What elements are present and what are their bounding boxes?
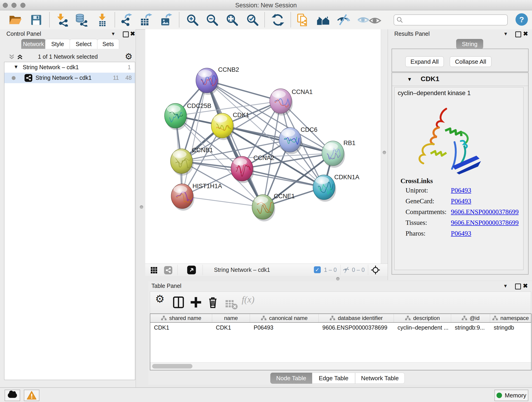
zoom-fit-icon[interactable]: [225, 13, 239, 27]
import-table-icon[interactable]: [95, 13, 109, 27]
share-view-icon[interactable]: [164, 266, 172, 274]
export-table-icon[interactable]: [139, 13, 152, 27]
open-session-icon[interactable]: [9, 13, 22, 27]
refresh-icon[interactable]: [271, 13, 285, 27]
copy-network-icon[interactable]: [297, 13, 310, 27]
close-panel-icon[interactable]: ✖: [523, 282, 528, 289]
table-cell[interactable]: stringdb:9...: [451, 323, 490, 332]
close-panel-icon[interactable]: ✖: [523, 30, 528, 37]
table-cell[interactable]: cyclin–dependent ...: [394, 323, 451, 332]
left-splitter-handle[interactable]: [140, 205, 143, 209]
table-row[interactable]: CDK1CDK1P064939606.ENSP00000378699cyclin…: [150, 323, 531, 332]
toolbar-separator: [203, 265, 203, 275]
float-panel-icon[interactable]: ▾: [112, 31, 114, 37]
network-collection-row[interactable]: ▼ String Network – cdk1 1: [4, 62, 135, 73]
crosslink-link[interactable]: P06493: [451, 230, 471, 237]
column-header-description[interactable]: description: [394, 314, 451, 322]
table-cell[interactable]: P06493: [250, 323, 319, 332]
detach-view-icon[interactable]: [187, 265, 196, 274]
zoom-out-icon[interactable]: [206, 13, 219, 27]
collapse-all-button[interactable]: Collapse All: [450, 56, 491, 67]
table-cell[interactable]: CDK1: [150, 323, 212, 332]
crosslink-link[interactable]: 9606.ENSP00000378699: [451, 219, 519, 226]
tab-edge-table[interactable]: Edge Table: [312, 373, 355, 384]
float-panel-icon[interactable]: ▾: [504, 283, 507, 289]
table-cell[interactable]: 9606.ENSP00000378699: [319, 323, 394, 332]
hide-selected-icon[interactable]: [337, 13, 350, 27]
delete-column-icon[interactable]: [206, 296, 219, 309]
column-header-shared-name[interactable]: shared name: [150, 314, 212, 322]
float-panel-icon[interactable]: ▾: [504, 31, 507, 37]
memory-button[interactable]: Memory: [494, 390, 528, 401]
import-network-icon[interactable]: [55, 13, 69, 27]
edge-count: 48: [122, 75, 132, 81]
cloud-status-button[interactable]: [5, 390, 20, 401]
table-cell[interactable]: stringdb: [490, 323, 531, 332]
tab-network-table[interactable]: Network Table: [355, 373, 405, 384]
node-label-RB1: RB1: [343, 140, 355, 147]
table-panel-header: Table Panel ▾ ✖: [148, 281, 532, 290]
gear-icon[interactable]: ⚙: [125, 51, 133, 61]
import-network-database-icon[interactable]: [75, 13, 88, 27]
warning-status-button[interactable]: [24, 390, 39, 401]
maximize-panel-icon[interactable]: [123, 32, 129, 37]
crosslink-link[interactable]: P06493: [451, 186, 471, 194]
save-session-icon[interactable]: [30, 13, 43, 27]
maximize-panel-icon[interactable]: [515, 283, 521, 289]
column-header--id[interactable]: @id: [451, 314, 490, 322]
tab-select[interactable]: Select: [70, 39, 98, 49]
table-cell[interactable]: CDK1: [212, 323, 250, 332]
show-columns-icon[interactable]: [172, 296, 185, 309]
selected-checkbox-icon[interactable]: ✓: [314, 266, 321, 273]
column-header-namespace[interactable]: namespace: [490, 314, 531, 322]
home-networks-icon[interactable]: [317, 13, 330, 27]
edge-CCNA2-CDKN1A[interactable]: [242, 169, 324, 187]
crosslink-link[interactable]: P06493: [451, 197, 471, 205]
network-canvas[interactable]: CCNB2CCNA1CDC25BCDK1CDC6RB1CCNB1CCNA2CDK…: [145, 29, 381, 264]
network-row-selected[interactable]: String Network – cdk1 11 48: [4, 73, 135, 83]
tab-sets[interactable]: Sets: [97, 39, 119, 49]
expand-all-button[interactable]: Expand All: [405, 56, 444, 67]
toolbar-separator: [291, 12, 291, 27]
right-splitter-handle[interactable]: [383, 151, 386, 154]
column-header-canonical-name[interactable]: canonical name: [250, 314, 319, 322]
tab-style[interactable]: Style: [45, 39, 70, 49]
birds-eye-icon[interactable]: [371, 265, 380, 275]
protein-name: CDK1: [421, 75, 439, 83]
column-header-database-identifier[interactable]: database identifier: [319, 314, 394, 322]
crosslinks-title: CrossLinks: [400, 177, 519, 185]
node-gloss: [315, 177, 329, 184]
crosslink-label: GeneCard:: [405, 197, 451, 205]
maximize-panel-icon[interactable]: [515, 32, 521, 37]
window-title: Session: New Session: [0, 2, 532, 9]
column-header-name[interactable]: name: [212, 314, 250, 322]
close-panel-icon[interactable]: ✖: [130, 30, 135, 37]
table-header-row: shared namenamecanonical namedatabase id…: [150, 314, 531, 323]
eye-icon[interactable]: [368, 14, 382, 27]
show-hidden-icon[interactable]: [357, 13, 370, 27]
zoom-selected-icon[interactable]: [246, 13, 259, 27]
export-network-icon[interactable]: [120, 13, 133, 27]
export-image-icon[interactable]: [159, 13, 172, 27]
search-box: [394, 14, 508, 26]
scrollbar-thumb[interactable]: [152, 364, 192, 369]
node-gloss: [281, 129, 295, 137]
tab-network[interactable]: Network: [21, 39, 46, 49]
string-network-graph[interactable]: CCNB2CCNA1CDC25BCDK1CDC6RB1CCNB1CCNA2CDK…: [145, 29, 381, 264]
collapse-protein-icon[interactable]: ▾: [408, 76, 411, 83]
horizontal-splitter-handle[interactable]: [336, 277, 340, 281]
hidden-eye-icon[interactable]: [343, 267, 351, 274]
help-button[interactable]: ?: [515, 13, 528, 26]
crosslink-link[interactable]: 9606.ENSP00000378699: [451, 208, 519, 216]
search-input[interactable]: [405, 17, 507, 23]
zoom-in-icon[interactable]: [186, 13, 199, 27]
protein-header-row[interactable]: ▾ CDK1: [392, 73, 528, 86]
horizontal-scrollbar[interactable]: [150, 362, 531, 370]
network-scroll-strip: [381, 29, 388, 264]
grid-view-icon[interactable]: [150, 267, 158, 274]
tab-node-table[interactable]: Node Table: [270, 373, 312, 384]
add-column-icon[interactable]: [190, 296, 202, 309]
table-settings-gear-icon[interactable]: ⚙: [155, 293, 168, 306]
tree-expand-icon[interactable]: ▼: [13, 64, 19, 70]
tab-string[interactable]: String: [456, 39, 483, 49]
